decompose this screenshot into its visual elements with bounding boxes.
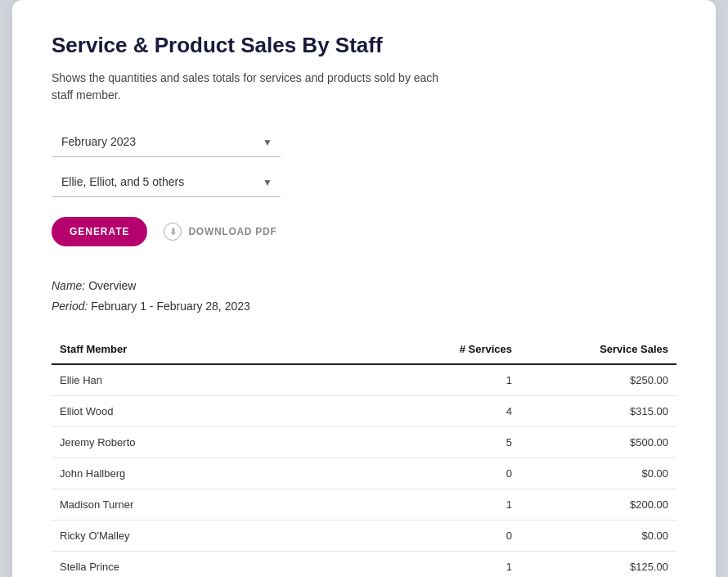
cell-service-sales: $200.00 <box>520 489 676 521</box>
date-filter-wrapper: February 2023 January 2023 March 2023 ▼ <box>52 127 281 157</box>
table-row: Madison Turner 1 $200.00 <box>52 489 676 521</box>
name-label: Name: <box>52 279 85 292</box>
report-period-row: Period: February 1 - February 28, 2023 <box>52 296 676 317</box>
generate-button[interactable]: GENERATE <box>52 217 147 246</box>
filters-section: February 2023 January 2023 March 2023 ▼ … <box>52 127 676 197</box>
staff-filter[interactable]: Ellie, Elliot, and 5 others All Staff <box>52 167 281 197</box>
page-title: Service & Product Sales By Staff <box>52 33 676 58</box>
cell-staff-member: Elliot Wood <box>52 396 364 427</box>
table-row: Ricky O'Malley 0 $0.00 <box>52 521 676 552</box>
table-row: John Hallberg 0 $0.00 <box>52 458 676 489</box>
table-row: Stella Prince 1 $125.00 <box>52 552 676 577</box>
download-label: DOWNLOAD PDF <box>188 226 276 237</box>
report-meta: Name: Overview Period: February 1 - Febr… <box>52 276 676 317</box>
download-icon: ⬇ <box>164 223 182 241</box>
cell-service-sales: $500.00 <box>520 427 676 458</box>
page-description: Shows the quantities and sales totals fo… <box>52 70 444 104</box>
report-name-row: Name: Overview <box>52 276 676 296</box>
name-value: Overview <box>88 279 136 292</box>
cell-service-sales: $0.00 <box>520 458 676 489</box>
cell-service-sales: $125.00 <box>520 552 676 577</box>
cell-num-services: 0 <box>364 458 520 489</box>
cell-num-services: 5 <box>364 427 520 458</box>
period-label: Period: <box>52 300 88 313</box>
cell-num-services: 1 <box>364 489 520 521</box>
cell-service-sales: $0.00 <box>520 521 676 552</box>
cell-num-services: 1 <box>364 552 520 577</box>
period-value: February 1 - February 28, 2023 <box>91 300 250 313</box>
cell-num-services: 1 <box>364 364 520 396</box>
table-header-row: Staff Member # Services Service Sales <box>52 336 676 364</box>
table-row: Ellie Han 1 $250.00 <box>52 364 676 396</box>
actions-bar: GENERATE ⬇ DOWNLOAD PDF <box>52 217 676 246</box>
col-header-services: # Services <box>364 336 520 364</box>
cell-staff-member: Madison Turner <box>52 489 364 521</box>
cell-service-sales: $250.00 <box>520 364 676 396</box>
report-card: Service & Product Sales By Staff Shows t… <box>12 0 716 577</box>
cell-staff-member: John Hallberg <box>52 458 364 489</box>
table-row: Jeremy Roberto 5 $500.00 <box>52 427 676 458</box>
table-row: Elliot Wood 4 $315.00 <box>52 396 676 427</box>
cell-service-sales: $315.00 <box>520 396 676 427</box>
cell-staff-member: Ellie Han <box>52 364 364 396</box>
staff-filter-wrapper: Ellie, Elliot, and 5 others All Staff ▼ <box>52 167 281 197</box>
cell-staff-member: Ricky O'Malley <box>52 521 364 552</box>
cell-num-services: 4 <box>364 396 520 427</box>
cell-staff-member: Jeremy Roberto <box>52 427 364 458</box>
col-header-staff: Staff Member <box>52 336 364 364</box>
cell-num-services: 0 <box>364 521 520 552</box>
col-header-sales: Service Sales <box>520 336 676 364</box>
download-pdf-button[interactable]: ⬇ DOWNLOAD PDF <box>164 223 276 241</box>
date-filter[interactable]: February 2023 January 2023 March 2023 <box>52 127 281 157</box>
cell-staff-member: Stella Prince <box>52 552 364 577</box>
staff-sales-table: Staff Member # Services Service Sales El… <box>52 336 676 577</box>
